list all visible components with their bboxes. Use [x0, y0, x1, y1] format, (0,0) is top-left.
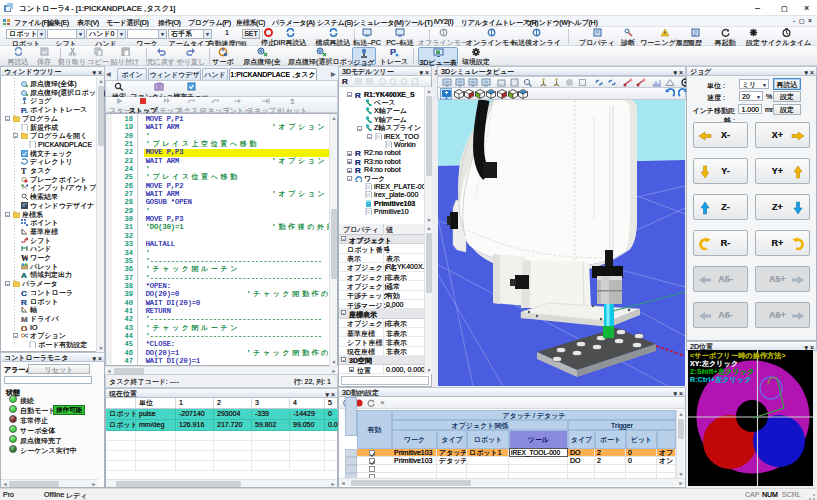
- svg-text:T: T: [21, 167, 27, 174]
- svg-text:P: P: [390, 47, 396, 57]
- svg-text:R: R: [355, 158, 361, 165]
- svg-text:R: R: [355, 149, 361, 156]
- svg-text:M: M: [21, 315, 28, 322]
- svg-text:R: R: [21, 298, 27, 305]
- svg-text:R: R: [355, 166, 361, 173]
- svg-text:W: W: [21, 254, 28, 261]
- svg-text:A: A: [21, 271, 27, 278]
- svg-text:C: C: [21, 289, 27, 296]
- svg-text:Q: Q: [21, 324, 27, 331]
- svg-text:R: R: [355, 91, 361, 98]
